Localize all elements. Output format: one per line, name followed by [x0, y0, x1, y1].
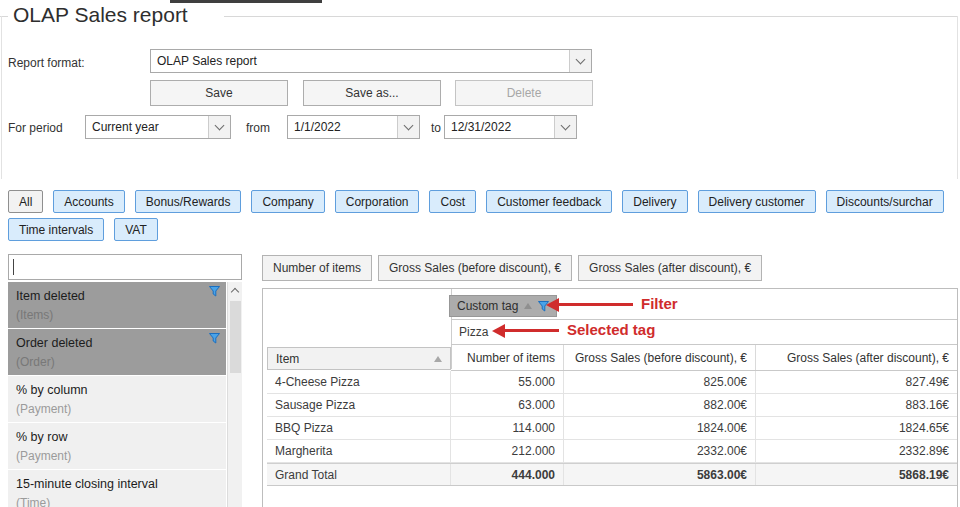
- groupbox-border: [957, 16, 958, 179]
- annotation-selected-tag-label: Selected tag: [567, 321, 655, 338]
- item-cell: Sausage Pizza: [267, 394, 451, 416]
- table-row: 4-Cheese Pizza 55.000 825.00€ 827.49€: [267, 371, 957, 394]
- field-item-item-deleted[interactable]: Item deleted (Items): [8, 282, 226, 328]
- field-item-pct-by-row[interactable]: % by row (Payment): [8, 423, 226, 469]
- grand-total-value: 5868.19€: [756, 464, 957, 485]
- field-item-15-minute-closing[interactable]: 15-minute closing interval (Time): [8, 470, 226, 507]
- chevron-down-icon[interactable]: [554, 116, 576, 138]
- clipped-element-artifact: [170, 0, 322, 3]
- to-date-value: 12/31/2022: [445, 120, 554, 134]
- tag-row-1: All Accounts Bonus/Rewards Company Corpo…: [8, 190, 960, 215]
- tag-all[interactable]: All: [8, 190, 43, 213]
- field-list-scrollbar[interactable]: [227, 282, 242, 507]
- field-item-subtitle: (Time): [16, 494, 218, 507]
- tag-corporation[interactable]: Corporation: [335, 190, 420, 213]
- for-period-label: For period: [8, 121, 63, 135]
- scrollbar-thumb[interactable]: [230, 301, 241, 373]
- value-cell: 114.000: [451, 417, 564, 439]
- filter-funnel-icon[interactable]: [209, 333, 220, 344]
- tag-bonus-rewards[interactable]: Bonus/Rewards: [135, 190, 242, 213]
- field-item-order-deleted[interactable]: Order deleted (Order): [8, 329, 226, 375]
- page-title: OLAP Sales report: [13, 3, 188, 27]
- report-format-value: OLAP Sales report: [151, 54, 569, 68]
- selected-tag-cell: Pizza: [451, 319, 957, 345]
- tag-customer-feedback[interactable]: Customer feedback: [486, 190, 612, 213]
- col-header-number-of-items[interactable]: Number of items: [451, 345, 564, 370]
- save-button[interactable]: Save: [150, 80, 288, 106]
- grand-total-label: Grand Total: [267, 464, 451, 485]
- tag-accounts[interactable]: Accounts: [53, 190, 124, 213]
- annotation-arrow-filter-line: [558, 303, 633, 306]
- grand-total-value: 5863.00€: [564, 464, 756, 485]
- tag-company[interactable]: Company: [251, 190, 324, 213]
- grand-total-value: 444.000: [451, 464, 564, 485]
- field-item-subtitle: (Payment): [16, 447, 218, 465]
- pivot-rows: 4-Cheese Pizza 55.000 825.00€ 827.49€ Sa…: [267, 371, 957, 486]
- from-date-value: 1/1/2022: [288, 120, 397, 134]
- field-search-input[interactable]: [8, 254, 242, 280]
- value-cell: 63.000: [451, 394, 564, 416]
- annotation-arrow-selected-tag-line: [504, 329, 559, 332]
- tag-cost[interactable]: Cost: [429, 190, 476, 213]
- sort-ascending-icon: [524, 303, 532, 309]
- selected-tag-value: Pizza: [459, 325, 488, 339]
- value-cell: 212.000: [451, 440, 564, 462]
- period-select[interactable]: Current year: [85, 115, 231, 139]
- item-column-header[interactable]: Item: [267, 347, 451, 370]
- field-item-title: Order deleted: [16, 333, 218, 353]
- tag-discounts-surcharges[interactable]: Discounts/surchar: [826, 190, 944, 213]
- table-row: Margherita 212.000 2332.00€ 2332.89€: [267, 440, 957, 463]
- custom-tag-label: Custom tag: [457, 299, 518, 313]
- field-item-pct-by-column[interactable]: % by column (Payment): [8, 376, 226, 422]
- measure-gross-sales-before-discount[interactable]: Gross Sales (before discount), €: [378, 255, 572, 281]
- field-item-subtitle: (Payment): [16, 400, 218, 418]
- table-row: Sausage Pizza 63.000 882.00€ 883.16€: [267, 394, 957, 417]
- olap-report-window: { "window": { "title": "OLAP Sales repor…: [0, 0, 960, 507]
- tag-delivery[interactable]: Delivery: [622, 190, 687, 213]
- chevron-down-icon[interactable]: [397, 116, 419, 138]
- delete-button[interactable]: Delete: [455, 80, 593, 106]
- to-date-select[interactable]: 12/31/2022: [444, 115, 577, 139]
- grand-total-row: Grand Total 444.000 5863.00€ 5868.19€: [267, 463, 957, 486]
- from-date-select[interactable]: 1/1/2022: [287, 115, 420, 139]
- filter-funnel-icon[interactable]: [209, 286, 220, 297]
- measure-gross-sales-after-discount[interactable]: Gross Sales (after discount), €: [578, 255, 762, 281]
- value-cell: 827.49€: [756, 371, 957, 393]
- tag-time-intervals[interactable]: Time intervals: [8, 218, 104, 241]
- value-cell: 2332.00€: [564, 440, 756, 462]
- field-item-subtitle: (Order): [16, 353, 218, 371]
- field-item-subtitle: (Items): [16, 306, 218, 324]
- value-cell: 825.00€: [564, 371, 756, 393]
- to-label: to: [431, 121, 441, 135]
- field-item-title: 15-minute closing interval: [16, 474, 218, 494]
- measures-row: Number of items Gross Sales (before disc…: [262, 255, 960, 281]
- value-cell: 1824.00€: [564, 417, 756, 439]
- value-cell: 882.00€: [564, 394, 756, 416]
- field-item-title: Item deleted: [16, 286, 218, 306]
- chevron-down-icon[interactable]: [569, 50, 591, 72]
- value-cell: 1824.65€: [756, 417, 957, 439]
- value-cell: 883.16€: [756, 394, 957, 416]
- tag-delivery-customer[interactable]: Delivery customer: [698, 190, 816, 213]
- pivot-subheaders: Number of items Gross Sales (before disc…: [451, 345, 957, 371]
- chevron-down-icon[interactable]: [208, 116, 230, 138]
- item-header-label: Item: [276, 352, 299, 366]
- item-cell: 4-Cheese Pizza: [267, 371, 451, 393]
- field-item-title: % by row: [16, 427, 218, 447]
- groupbox-border: [1, 16, 2, 179]
- custom-tag-column-header[interactable]: Custom tag: [449, 295, 557, 317]
- table-row: BBQ Pizza 114.000 1824.00€ 1824.65€: [267, 417, 957, 440]
- value-cell: 55.000: [451, 371, 564, 393]
- save-as-button[interactable]: Save as...: [303, 80, 441, 106]
- tag-vat[interactable]: VAT: [114, 218, 158, 241]
- annotation-filter-label: Filter: [641, 295, 678, 312]
- col-header-gross-before[interactable]: Gross Sales (before discount), €: [564, 345, 756, 370]
- measure-number-of-items[interactable]: Number of items: [262, 255, 372, 281]
- scroll-up-icon[interactable]: [228, 282, 242, 299]
- from-label: from: [246, 121, 270, 135]
- report-format-select[interactable]: OLAP Sales report: [150, 49, 592, 73]
- period-value: Current year: [86, 120, 208, 134]
- col-header-gross-after[interactable]: Gross Sales (after discount), €: [756, 345, 957, 370]
- field-list: Item deleted (Items) Order deleted (Orde…: [8, 282, 242, 507]
- value-cell: 2332.89€: [756, 440, 957, 462]
